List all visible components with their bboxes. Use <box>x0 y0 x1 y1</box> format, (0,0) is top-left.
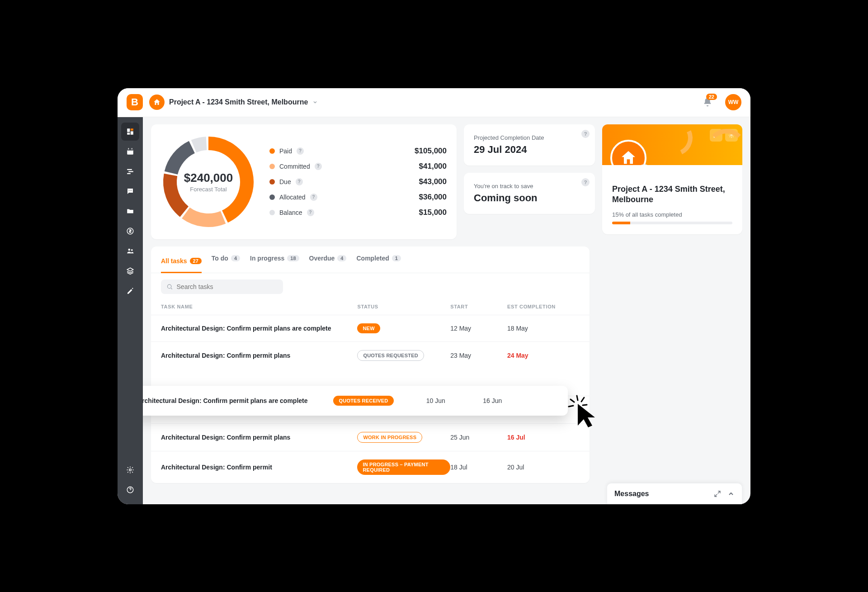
task-start-date: 23 May <box>450 352 507 359</box>
table-row[interactable]: Architectural Design: Confirm permit pla… <box>151 423 590 451</box>
legend-label: Due <box>279 178 291 185</box>
svg-point-19 <box>731 134 732 136</box>
sidebar-item-calendar[interactable] <box>121 142 139 161</box>
home-icon <box>149 95 165 110</box>
table-row[interactable]: Architectural Design: Confirm permit pla… <box>151 315 590 341</box>
project-title: Project A - 1234 Smith Street, Melbourne <box>612 184 732 205</box>
tab-in-progress[interactable]: In progress18 <box>250 255 299 266</box>
col-start: START <box>450 304 507 309</box>
sidebar-item-help[interactable] <box>121 481 139 499</box>
sidebar-item-layers[interactable] <box>121 262 139 280</box>
project-card-header <box>602 124 742 165</box>
task-start-date: 18 Jul <box>450 464 507 471</box>
topbar: B Project A - 1234 Smith Street, Melbour… <box>118 88 750 117</box>
task-start-date: 10 Jun <box>426 397 483 404</box>
legend-label: Committed <box>279 163 310 170</box>
svg-rect-7 <box>132 148 132 149</box>
svg-point-20 <box>167 284 171 288</box>
savings-card: ? You're on track to save Coming soon <box>464 173 595 214</box>
notifications-button[interactable]: 22 <box>703 97 712 107</box>
sidebar-item-messages[interactable] <box>121 182 139 200</box>
info-icon[interactable]: ? <box>581 130 590 138</box>
info-icon[interactable]: ? <box>307 209 314 216</box>
sidebar-item-finance[interactable] <box>121 222 139 240</box>
forecast-total-amount: $240,000 <box>184 171 233 185</box>
info-icon[interactable]: ? <box>581 178 590 186</box>
savings-value: Coming soon <box>474 192 585 204</box>
task-name: Architectural Design: Confirm permit pla… <box>161 325 357 332</box>
legend-value: $15,000 <box>419 208 447 217</box>
table-header: TASK NAME STATUS START EST COMPLETION <box>151 297 590 315</box>
project-settings-button[interactable] <box>725 129 738 142</box>
sidebar-item-tools[interactable] <box>121 282 139 300</box>
project-home-icon <box>610 140 646 165</box>
svg-point-11 <box>128 190 129 191</box>
info-icon[interactable]: ? <box>315 163 322 170</box>
task-name: Architectural Design: Confirm permit <box>161 464 357 471</box>
tasks-card: All tasks27To do4In progress18Overdue4Co… <box>151 246 590 483</box>
info-icon[interactable]: ? <box>310 194 317 201</box>
sidebar-item-files[interactable] <box>121 202 139 220</box>
legend-label: Paid <box>279 147 292 155</box>
sidebar-item-dashboard[interactable] <box>121 123 139 141</box>
svg-point-17 <box>129 469 132 471</box>
main-content: $240,000 Forecast Total Paid ? $105,000 … <box>143 117 750 504</box>
table-row[interactable]: Architectural Design: Confirm permit pla… <box>151 341 590 369</box>
chevron-down-icon <box>312 99 318 105</box>
messages-label: Messages <box>614 490 649 498</box>
task-end-date: 16 Jul <box>507 434 580 441</box>
expand-icon[interactable] <box>714 490 721 497</box>
forecast-legend: Paid ? $105,000 Committed ? $41,000 Due … <box>269 147 447 217</box>
tab-count: 1 <box>392 255 401 261</box>
user-avatar[interactable]: WW <box>725 94 741 110</box>
chevron-up-icon[interactable] <box>727 490 735 497</box>
info-icon[interactable]: ? <box>296 178 303 185</box>
tab-label: Completed <box>356 255 389 262</box>
task-end-date: 20 Jul <box>507 464 580 471</box>
legend-value: $105,000 <box>415 147 447 156</box>
legend-dot <box>269 148 275 154</box>
task-end-date: 16 Jun <box>483 397 555 404</box>
search-input[interactable] <box>177 283 278 290</box>
tab-completed[interactable]: Completed1 <box>356 255 401 266</box>
search-icon <box>166 283 173 290</box>
tab-overdue[interactable]: Overdue4 <box>309 255 347 266</box>
svg-point-13 <box>131 190 132 191</box>
tab-label: All tasks <box>161 257 187 265</box>
app-logo: B <box>127 94 143 110</box>
svg-rect-6 <box>128 148 129 149</box>
tab-label: To do <box>212 255 228 262</box>
messages-drawer[interactable]: Messages <box>607 483 742 504</box>
tab-label: In progress <box>250 255 284 262</box>
tab-to-do[interactable]: To do4 <box>212 255 240 266</box>
svg-rect-3 <box>127 133 130 135</box>
svg-point-16 <box>131 249 133 251</box>
legend-dot <box>269 164 275 169</box>
legend-item: Balance ? $15,000 <box>269 208 447 217</box>
col-status: STATUS <box>357 304 450 309</box>
legend-dot <box>269 210 275 215</box>
sidebar-item-tasks[interactable] <box>121 162 139 180</box>
col-task-name: TASK NAME <box>161 304 357 309</box>
project-summary-card: Project A - 1234 Smith Street, Melbourne… <box>602 124 742 235</box>
task-end-date: 24 May <box>507 352 580 359</box>
svg-rect-0 <box>127 128 130 132</box>
legend-item: Paid ? $105,000 <box>269 147 447 156</box>
svg-rect-9 <box>128 171 133 172</box>
sidebar-item-settings[interactable] <box>121 461 139 479</box>
tab-label: Overdue <box>309 255 335 262</box>
task-row-hover[interactable]: Architectural Design: Confirm permit pla… <box>143 386 568 416</box>
table-row[interactable]: Architectural Design: Confirm permit IN … <box>151 451 590 483</box>
sidebar-item-team[interactable] <box>121 242 139 260</box>
search-tasks[interactable] <box>161 279 283 294</box>
project-selector[interactable]: Project A - 1234 Smith Street, Melbourne <box>149 95 318 110</box>
task-end-date: 18 May <box>507 325 580 332</box>
legend-label: Allocated <box>279 194 306 201</box>
task-tabs: All tasks27To do4In progress18Overdue4Co… <box>151 255 590 273</box>
info-icon[interactable]: ? <box>297 147 304 155</box>
legend-dot <box>269 194 275 200</box>
tab-all-tasks[interactable]: All tasks27 <box>161 255 202 273</box>
edit-project-button[interactable] <box>710 129 722 142</box>
svg-rect-1 <box>131 128 133 131</box>
task-name: Architectural Design: Confirm permit pla… <box>161 352 357 359</box>
